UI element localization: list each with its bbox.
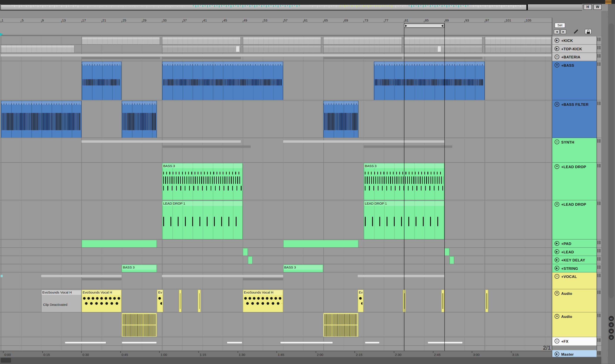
clip-bass[interactable] [374,62,485,100]
track-lane-vocal-12[interactable] [0,273,551,289]
play-icon[interactable]: ▶ [555,258,559,262]
play-icon[interactable]: ▶ [555,352,559,356]
group-menu-icon[interactable]: ≡ [555,339,559,343]
clip-gray[interactable] [404,37,482,44]
clip-gray2[interactable] [484,45,551,52]
loop-brace[interactable] [404,24,444,28]
clip-bassfilter[interactable] [1,101,81,138]
track-lane-key-delay-10[interactable] [0,256,551,264]
clip-mini-dark[interactable] [243,278,283,280]
fold-icon[interactable]: ▼ [555,63,559,67]
play-icon[interactable]: ▶ [555,241,559,246]
group-menu-icon[interactable]: ≡ [555,274,559,279]
play-icon[interactable]: ▶ [555,38,559,43]
clip-bass[interactable] [162,62,283,100]
fold-icon[interactable]: ▼ [555,314,559,319]
clip-ev[interactable]: Ev [157,290,163,312]
clip-gplain[interactable] [81,240,157,247]
clip-bass-3[interactable]: BASS 3 [283,265,323,272]
clip-mini-dark[interactable] [162,145,241,148]
clip-fxbar[interactable] [122,341,157,344]
track-lane-fx-15[interactable] [0,337,551,346]
clip-grayb[interactable] [437,46,441,52]
clip-mini-cyan[interactable] [1,275,3,277]
clip-mini-dark[interactable] [81,57,160,59]
track-lane-kick-0[interactable] [0,37,551,45]
clip-mini-light[interactable] [162,275,283,277]
clip-evosounds-vocal-h[interactable]: EvoSounds Vocal H [81,290,122,312]
clip-mini-dark[interactable] [404,57,482,59]
group-menu-icon[interactable]: ≡ [555,140,559,144]
clip-evosounds-vocal-h[interactable]: EvoSounds Vocal HClip Deactivated [41,290,81,312]
loop-boundary-line[interactable] [404,23,404,351]
track-lane-lead-9[interactable] [0,248,551,256]
track-lane-master-16[interactable] [0,346,551,351]
fold-icon[interactable]: ▼ [555,164,559,169]
clip-mini-dark[interactable] [323,57,402,59]
clip-mini-dark[interactable] [442,145,453,148]
track-header-top-kick-1[interactable]: ▶+TOP-KICK [552,45,597,53]
play-icon[interactable]: ▶ [555,249,559,254]
clip-gray[interactable] [243,37,321,44]
clip-fxbar[interactable] [365,341,380,344]
clip-mini-light[interactable] [81,140,241,143]
track-lane-synth-5[interactable] [0,138,551,163]
fold-icon[interactable]: ▼ [555,102,559,106]
clip-bass-3[interactable]: BASS 3 [122,265,157,272]
track-lane-audio-14[interactable] [0,312,551,337]
clip-gray2[interactable] [323,45,402,52]
clip-gray[interactable] [484,37,551,44]
track-lane-lead-drop-7[interactable]: LEAD DROP 1LEAD DROP 1 [0,200,551,240]
clip-ydense[interactable] [323,313,359,337]
clip-fxbar[interactable] [65,341,106,344]
track-header-synth-5[interactable]: ≡SYNTH [552,138,597,163]
clip-fxbar[interactable] [280,341,333,344]
track-header-pad-8[interactable]: ▶+PAD [552,240,597,248]
play-icon[interactable]: ▶ [555,46,559,51]
clip-grayb[interactable] [236,46,240,52]
track-lane-bass-filter-4[interactable] [0,100,551,138]
group-menu-icon[interactable]: ≡ [555,54,559,59]
clip-bassfilter[interactable] [122,101,157,138]
clip-bassfilter[interactable] [323,101,359,138]
clip-gplain[interactable] [449,256,455,264]
clip-mini-light[interactable] [283,140,444,143]
track-lane-string-11[interactable]: BASS 3BASS 3 [0,264,551,273]
track-lane-bass-3[interactable] [0,61,551,101]
clip-ysliver[interactable] [179,290,182,312]
clip-evosounds-vocal-h[interactable]: EvoSounds Vocal H [243,290,283,312]
track-header-audio-13[interactable]: ▼Audio [552,289,597,312]
track-header-key-delay-10[interactable]: ▶+KEY DELAY [552,256,597,264]
clip-ysliver[interactable] [441,290,444,312]
track-lane-lead-drop-6[interactable]: BASS 3BASS 3 [0,163,551,200]
track-header-string-11[interactable]: ▶+STRING [552,264,597,273]
clip-gray[interactable] [81,37,160,44]
clip-mini-light[interactable] [1,54,551,56]
clip-gray2[interactable] [243,45,321,52]
track-lane-audio-13[interactable]: EvoSounds Vocal HClip DeactivatedEvoSoun… [0,289,551,312]
track-lane-bateria-2[interactable] [0,53,551,61]
track-header-lead-9[interactable]: ▶+LEAD [552,248,597,256]
clip-mini-dark[interactable] [162,57,241,59]
track-header-fx-15[interactable]: ≡+FX [552,337,597,346]
track-lane-pad-8[interactable] [0,240,551,248]
clip-fxbar[interactable] [428,341,463,344]
clip-mini-light[interactable] [41,275,122,277]
track-header-audio-14[interactable]: ▼Audio [552,312,597,337]
track-header-bass-filter-4[interactable]: ▼+BASS FILTER [552,100,597,138]
clip-gplain[interactable] [248,256,253,264]
clip-mini-dark[interactable] [241,145,251,148]
play-icon[interactable]: ▶ [555,266,559,271]
clip-gray[interactable] [1,45,74,52]
clip-gray[interactable] [323,37,402,44]
fold-icon[interactable]: ▼ [555,202,559,207]
clip-gplain[interactable] [283,240,359,247]
loop-boundary-line[interactable] [444,23,445,351]
clip-ev[interactable]: Ev [358,290,364,312]
clip-ydense[interactable] [122,313,157,337]
clip-bass-3[interactable]: BASS 3 [162,163,243,200]
track-header-bateria-2[interactable]: ≡+BATERIA [552,53,597,61]
clip-bass[interactable] [81,62,122,100]
track-header-bass-3[interactable]: ▼+BASS [552,61,597,101]
track-header-lead-drop-7[interactable]: ▼+LEAD DROP [552,200,597,240]
